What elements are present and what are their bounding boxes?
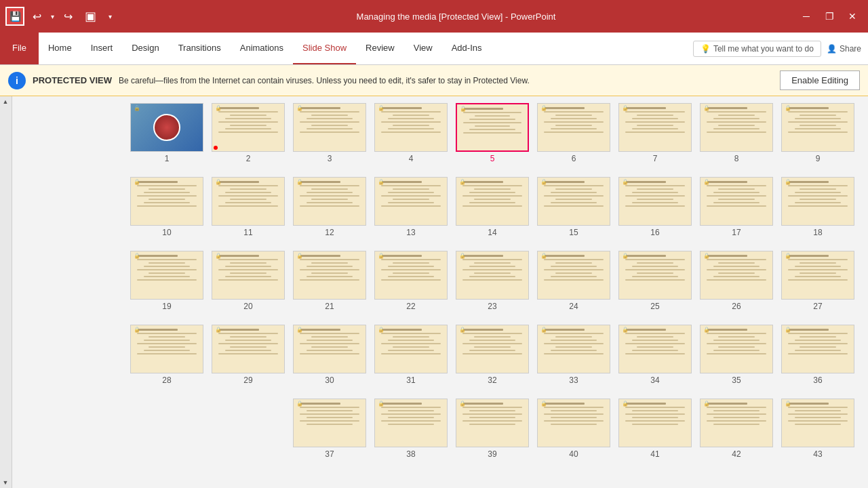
slide-corner-icon: 🔒 [622,253,629,259]
list-item[interactable]: 🔒20 [212,251,285,311]
list-item[interactable]: 🔒30 [293,325,366,385]
slide-number: 34 [650,375,659,385]
slide-corner-icon: 🔒 [134,327,140,333]
share-button[interactable]: 👤 Share [827,44,861,54]
slide-corner-icon: 🔒 [622,179,629,185]
tab-view[interactable]: View [404,33,442,64]
tab-design[interactable]: Design [122,33,168,64]
slide-number: 6 [572,154,576,163]
list-item[interactable]: 🔒21 [293,251,366,311]
list-item[interactable]: 🔒3 [293,103,366,163]
list-item[interactable]: 🔒22 [374,251,448,311]
list-item[interactable]: 🔒38 [374,399,448,459]
tab-transitions[interactable]: Transitions [169,33,231,64]
slide-number: 27 [813,302,822,311]
list-item[interactable]: 🔒37 [293,399,366,459]
close-button[interactable]: ✕ [842,7,863,26]
slide-corner-icon: 🔒 [703,253,710,259]
list-item[interactable]: 🔒4 [374,103,448,163]
slide-row: 🔒18🔒17🔒16🔒15🔒14🔒13🔒12🔒11🔒10 [26,177,854,237]
list-item[interactable]: 🔒41 [618,399,692,459]
redo-button[interactable]: ↪ [60,7,77,26]
list-item[interactable]: 🔒40 [537,399,610,459]
protected-view-bar: i PROTECTED VIEW Be careful—files from t… [0,65,868,96]
scroll-up-arrow[interactable]: ▲ [0,96,11,107]
tab-insert[interactable]: Insert [81,33,123,64]
list-item[interactable]: 🔒7 [618,103,692,163]
restore-button[interactable]: ❐ [819,7,840,26]
tab-home[interactable]: Home [39,33,81,64]
ribbon: File Home Insert Design Transitions Anim… [0,33,868,65]
slide-number: 41 [650,449,659,459]
slide-number: 30 [325,375,334,385]
tab-review[interactable]: Review [356,33,404,64]
slide-corner-icon: 🔒 [703,401,710,407]
list-item[interactable]: 🔒11 [212,177,285,237]
list-item[interactable]: 🔒28 [130,325,203,385]
enable-editing-button[interactable]: Enable Editing [780,70,860,90]
list-item[interactable]: 🔒15 [537,177,610,237]
list-item[interactable]: 🔒14 [456,177,529,237]
list-item[interactable]: 🔒24 [537,251,610,311]
list-item[interactable]: 🔒33 [537,325,610,385]
list-item[interactable]: 🔒27 [781,251,854,311]
slide-corner-icon: 🔒 [540,401,547,407]
tab-addins[interactable]: Add-Ins [442,33,492,64]
slides-container[interactable]: 🔒9🔒8🔒7🔒6🔒5🔒4🔒3🔒2🔒1🔒18🔒17🔒16🔒15🔒14🔒13🔒12🔒… [12,96,868,488]
slide-number: 15 [569,228,578,237]
slide-corner-icon: 🔒 [622,327,629,333]
list-item[interactable]: 🔒10 [130,177,203,237]
list-item[interactable]: 🔒16 [618,177,692,237]
list-item[interactable]: 🔒25 [618,251,692,311]
list-item[interactable]: 🔒1 [130,103,203,163]
slide-corner-icon: 🔒 [215,327,222,333]
tab-file[interactable]: File [0,33,39,64]
list-item[interactable]: 🔒34 [618,325,692,385]
list-item[interactable]: 🔒6 [537,103,610,163]
slide-corner-icon: 🔒 [460,106,467,112]
list-item[interactable]: 🔒9 [781,103,854,163]
list-item[interactable]: 🔒31 [374,325,448,385]
slide-corner-icon: 🔒 [215,253,222,259]
slide-number: 32 [488,375,496,385]
slide-number: 21 [325,302,334,311]
left-scrollbar[interactable]: ▲ ▼ [0,96,12,488]
slide-number: 23 [488,302,496,311]
list-item[interactable]: 🔒23 [456,251,529,311]
tab-animations[interactable]: Animations [231,33,293,64]
tab-slideshow[interactable]: Slide Show [293,33,356,64]
list-item[interactable]: 🔒2 [212,103,285,163]
list-item[interactable]: 🔒35 [700,325,773,385]
list-item[interactable]: 🔒43 [781,399,854,459]
minimize-button[interactable]: ─ [796,7,816,26]
list-item[interactable]: 🔒19 [130,251,203,311]
list-item[interactable]: 🔒39 [456,399,529,459]
tell-me-input[interactable]: 💡 Tell me what you want to do [693,41,821,57]
slide-corner-icon: 🔒 [378,401,384,407]
slide-number: 4 [409,154,414,163]
list-item[interactable]: 🔒42 [700,399,773,459]
list-item[interactable]: 🔒18 [781,177,854,237]
quick-access-dropdown[interactable]: ▾ [104,10,116,23]
list-item[interactable]: 🔒26 [700,251,773,311]
list-item[interactable]: 🔒13 [374,177,448,237]
slide-corner-icon: 🔒 [296,401,303,407]
undo-button[interactable]: ↩ [28,7,45,26]
list-item[interactable]: 🔒8 [700,103,773,163]
slide-corner-icon: 🔒 [703,327,710,333]
scroll-down-arrow[interactable]: ▼ [0,477,11,488]
list-item[interactable]: 🔒36 [781,325,854,385]
list-item[interactable]: 🔒12 [293,177,366,237]
slide-corner-icon: 🔒 [540,253,547,259]
list-item[interactable]: 🔒5 [456,103,529,163]
list-item[interactable]: 🔒29 [212,325,285,385]
save-button[interactable]: 💾 [5,7,24,26]
tell-me-label: Tell me what you want to do [713,44,814,54]
slide-corner-icon: 🔒 [296,179,303,185]
red-dot-indicator [214,146,218,150]
info-icon: i [8,72,26,89]
undo-dropdown[interactable]: ▾ [47,10,58,23]
list-item[interactable]: 🔒32 [456,325,529,385]
list-item[interactable]: 🔒17 [700,177,773,237]
presenter-view-button[interactable]: ▣ [81,6,100,26]
